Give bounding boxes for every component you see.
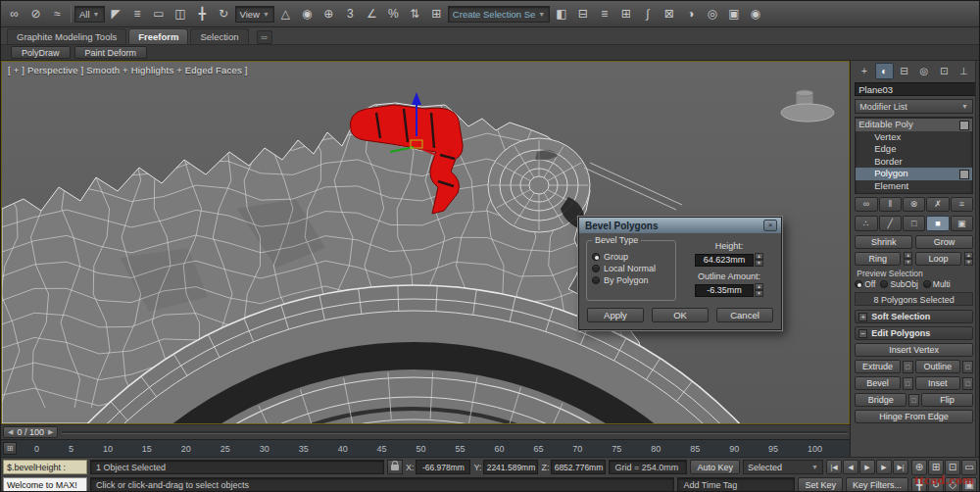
- utilities-tab-icon[interactable]: ⊥: [955, 63, 973, 79]
- hinge-from-edge-button[interactable]: Hinge From Edge: [855, 410, 973, 423]
- inset-settings-button[interactable]: □: [962, 377, 973, 390]
- render-production-icon[interactable]: ◉: [745, 4, 765, 25]
- outline-button[interactable]: Outline: [915, 360, 960, 373]
- render-setup-icon[interactable]: ◎: [702, 4, 722, 25]
- soft-selection-rollout[interactable]: + Soft Selection: [855, 310, 973, 323]
- rectangular-region-icon[interactable]: ▭: [149, 4, 170, 25]
- time-slider-handle[interactable]: ◀ 0 / 100 ▶: [3, 426, 58, 438]
- percent-snap-icon[interactable]: %: [383, 4, 404, 25]
- angle-snap-icon[interactable]: ∠: [362, 4, 382, 25]
- panel-scrollbar[interactable]: [975, 61, 979, 457]
- previous-frame-arrow-icon[interactable]: ◀: [8, 428, 13, 436]
- tab-polydraw[interactable]: PolyDraw: [11, 46, 71, 59]
- go-to-start-button[interactable]: |◀: [826, 460, 842, 474]
- key-selection-dropdown[interactable]: Selected ▼: [743, 460, 823, 474]
- object-name-field[interactable]: [855, 82, 979, 96]
- key-filters-button[interactable]: Key Filters...: [846, 477, 908, 492]
- bridge-settings-button[interactable]: □: [908, 394, 919, 407]
- dialog-titlebar[interactable]: Bevel Polygons ×: [579, 218, 781, 233]
- select-and-scale-icon[interactable]: △: [275, 4, 296, 25]
- outline-amount-input[interactable]: [695, 284, 754, 297]
- outline-settings-button[interactable]: □: [962, 361, 973, 373]
- x-coordinate-field[interactable]: [416, 460, 470, 474]
- tab-paint-deform[interactable]: Paint Deform: [74, 46, 148, 59]
- add-time-tag[interactable]: Add Time Tag: [677, 477, 795, 492]
- mirror-icon[interactable]: ◧: [551, 4, 571, 25]
- by-polygon-radio[interactable]: By Polygon: [592, 275, 670, 285]
- perspective-viewport[interactable]: [ + ] Perspective ] Smooth + Highlights …: [1, 61, 850, 424]
- select-object-icon[interactable]: ◤: [106, 4, 126, 25]
- stack-edge[interactable]: Edge: [856, 143, 972, 156]
- graphite-ribbon-icon[interactable]: ⊞: [615, 4, 636, 25]
- collapse-icon[interactable]: −: [858, 329, 867, 338]
- next-frame-button[interactable]: ▶: [876, 460, 892, 474]
- local-normal-radio[interactable]: Local Normal: [592, 264, 670, 273]
- use-pivot-center-icon[interactable]: ◉: [297, 4, 318, 25]
- curve-editor-icon[interactable]: ∫: [637, 4, 658, 25]
- snaps-toggle-icon[interactable]: 3: [340, 4, 361, 25]
- remove-modifier-icon[interactable]: ✗: [926, 197, 949, 212]
- tab-selection[interactable]: Selection: [190, 28, 248, 44]
- stack-vertex[interactable]: Vertex: [856, 131, 972, 144]
- create-tab-icon[interactable]: +: [855, 63, 873, 79]
- tab-graphite-modeling-tools[interactable]: Graphite Modeling Tools: [7, 28, 126, 44]
- stack-element[interactable]: Element: [856, 180, 972, 193]
- viewport-label[interactable]: [ + ] Perspective ] Smooth + Highlights …: [8, 65, 248, 75]
- hierarchy-tab-icon[interactable]: ⊟: [895, 63, 913, 79]
- extrude-button[interactable]: Extrude: [855, 360, 900, 373]
- bind-to-spacewarp-icon[interactable]: ≈: [47, 4, 68, 25]
- align-icon[interactable]: ⊟: [572, 4, 593, 25]
- select-and-rotate-icon[interactable]: ↻: [214, 4, 234, 25]
- z-coordinate-field[interactable]: [551, 460, 606, 474]
- ring-spinner[interactable]: ▲▼: [904, 252, 912, 266]
- edge-subobject-icon[interactable]: ╱: [879, 216, 902, 231]
- mini-curve-editor-button[interactable]: ⊞: [3, 442, 17, 455]
- pin-stack-icon[interactable]: ∞: [855, 197, 877, 212]
- grow-button[interactable]: Grow: [915, 235, 973, 249]
- ribbon-minimize-icon[interactable]: ▭: [257, 30, 272, 44]
- select-and-manipulate-icon[interactable]: ⊕: [318, 4, 339, 25]
- auto-key-button[interactable]: Auto Key: [690, 460, 740, 474]
- ok-button[interactable]: OK: [652, 308, 709, 322]
- bevel-button[interactable]: Bevel: [855, 376, 900, 390]
- loop-spinner[interactable]: ▲▼: [964, 252, 973, 266]
- preview-multi-radio[interactable]: Multi: [923, 279, 951, 289]
- border-subobject-icon[interactable]: □: [903, 216, 925, 231]
- insert-vertex-button[interactable]: Insert Vertex: [855, 343, 973, 357]
- display-tab-icon[interactable]: ⊡: [934, 63, 953, 79]
- selection-lock-icon[interactable]: [387, 460, 403, 474]
- close-icon[interactable]: ×: [763, 220, 777, 231]
- layer-manager-icon[interactable]: ≡: [594, 4, 614, 25]
- timeline-ruler[interactable]: ⊞ 05101520253035404550556065707580859095…: [1, 439, 850, 457]
- loop-button[interactable]: Loop: [915, 252, 961, 266]
- expand-icon[interactable]: +: [858, 313, 867, 321]
- shrink-button[interactable]: Shrink: [855, 235, 912, 249]
- window-crossing-icon[interactable]: ◫: [171, 4, 191, 25]
- selection-filter-dropdown[interactable]: All ▼: [74, 6, 105, 23]
- height-spinner[interactable]: ▲▼: [755, 253, 763, 267]
- edit-polygons-rollout[interactable]: − Edit Polygons: [855, 326, 973, 340]
- schematic-view-icon[interactable]: ⊠: [659, 4, 679, 25]
- modifier-list-dropdown[interactable]: Modifier List ▼: [855, 99, 973, 114]
- maxscript-listener-output[interactable]: Welcome to MAX!: [3, 477, 87, 492]
- bridge-button[interactable]: Bridge: [855, 393, 906, 407]
- y-coordinate-field[interactable]: [483, 460, 538, 474]
- rendered-frame-icon[interactable]: ▣: [723, 4, 744, 25]
- spinner-snap-icon[interactable]: ⇅: [405, 4, 425, 25]
- configure-modifier-sets-icon[interactable]: ≡: [951, 197, 973, 212]
- stack-border[interactable]: Border: [856, 156, 972, 169]
- flip-button[interactable]: Flip: [921, 393, 973, 407]
- cancel-button[interactable]: Cancel: [716, 308, 773, 322]
- named-selection-set-dropdown[interactable]: Create Selection Se ▼: [448, 6, 550, 23]
- previous-frame-button[interactable]: ◀: [843, 460, 858, 474]
- inset-button[interactable]: Inset: [915, 376, 960, 390]
- apply-button[interactable]: Apply: [587, 308, 644, 322]
- play-button[interactable]: ▶: [859, 460, 875, 474]
- make-unique-icon[interactable]: ⊗: [903, 197, 925, 212]
- select-and-link-icon[interactable]: ∞: [4, 4, 24, 25]
- motion-tab-icon[interactable]: ◎: [914, 63, 933, 79]
- unlink-selection-icon[interactable]: ⊘: [25, 4, 46, 25]
- height-input[interactable]: [695, 254, 754, 267]
- element-subobject-icon[interactable]: ▣: [951, 216, 973, 231]
- bevel-settings-button[interactable]: □: [903, 377, 913, 390]
